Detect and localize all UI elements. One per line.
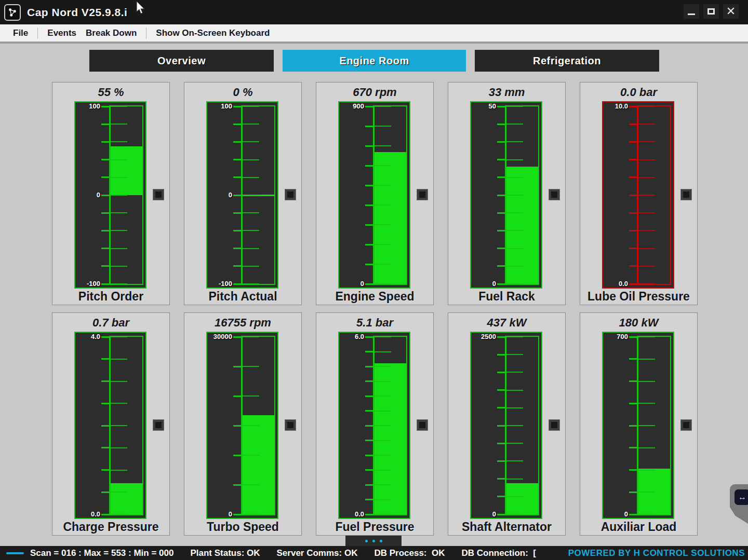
scale-tick: [629, 141, 637, 143]
gauge-name: Pitch Actual: [184, 290, 301, 304]
gauge-scale-body: 9000: [338, 101, 410, 289]
bar-channel: [110, 336, 143, 515]
maximize-button[interactable]: [703, 4, 719, 19]
scale-tick: [233, 212, 242, 214]
scale-tick: [101, 106, 110, 107]
scale-label: 0: [75, 191, 100, 199]
gauge-value: 180 kW: [580, 316, 697, 330]
bar-channel: [110, 105, 143, 285]
gauge-value: 0.0 bar: [580, 86, 697, 99]
scale-tick: [629, 230, 637, 231]
handle-inner: [551, 192, 557, 198]
setpoint-handle[interactable]: [549, 189, 560, 200]
scale-tick: [365, 145, 373, 147]
tab-overview[interactable]: Overview: [89, 50, 274, 72]
gauge-value: 0 %: [184, 86, 301, 99]
scale-tick: [629, 283, 637, 285]
gauge-value: 437 kW: [448, 316, 565, 330]
scale-tick: [365, 499, 373, 500]
setpoint-handle[interactable]: [417, 419, 428, 431]
setpoint-handle[interactable]: [285, 189, 296, 200]
menu-break-down[interactable]: Break Down: [86, 28, 137, 38]
remote-support-edge-widget[interactable]: ↔: [730, 484, 748, 524]
scale-tick: [365, 484, 373, 486]
scale-tick: [497, 443, 505, 444]
scale-tick: [629, 380, 637, 382]
scale-tick: [629, 514, 637, 515]
gauge-charge-pressure: 0.7 bar4.00.0Charge Pressure: [52, 312, 170, 536]
scale-tick: [101, 514, 110, 515]
handle-inner: [287, 422, 293, 428]
scale-label: 0: [471, 280, 496, 288]
scale-tick: [629, 248, 637, 249]
scale-tick: [497, 265, 505, 267]
status-db-process: DB Process: OK: [374, 548, 445, 558]
scale-tick: [497, 336, 505, 338]
setpoint-handle[interactable]: [417, 189, 428, 200]
scale-label: 100: [207, 102, 232, 111]
scale-tick: [101, 336, 110, 338]
scale-tick: [365, 224, 373, 226]
menu-file[interactable]: File: [13, 28, 28, 38]
scale-tick: [497, 514, 505, 515]
handle-inner: [287, 192, 293, 198]
scale-label: 0: [207, 510, 232, 518]
gauge-value: 5.1 bar: [316, 316, 433, 330]
scale-tick: [629, 425, 637, 427]
status-plant: Plant Status: OK: [190, 548, 260, 558]
handle-inner: [419, 192, 425, 198]
scale-tick: [101, 283, 110, 285]
title-bar: Cap Nord V25.9.8.i ✕: [0, 0, 748, 24]
scale-tick: [497, 212, 505, 214]
close-button[interactable]: ✕: [723, 4, 739, 19]
handle-inner: [155, 422, 162, 428]
scale-tick: [365, 469, 373, 471]
gauge-value: 33 mm: [448, 86, 565, 99]
scale-tick: [365, 244, 373, 245]
scale-tick: [233, 395, 242, 397]
app-logo-icon: [4, 4, 21, 21]
setpoint-handle[interactable]: [285, 419, 296, 431]
gauge-value: 0.7 bar: [52, 316, 169, 330]
setpoint-handle[interactable]: [153, 189, 164, 200]
scale-tick: [629, 358, 637, 360]
menu-show-on-screen-keyboard[interactable]: Show On-Screen Keyboard: [156, 28, 270, 38]
page-dot: [365, 540, 368, 542]
setpoint-handle[interactable]: [680, 189, 692, 200]
tab-engine-room[interactable]: Engine Room: [283, 50, 466, 72]
scale-tick: [233, 283, 242, 285]
scale-label: 0.0: [339, 510, 364, 518]
gauge-auxiliar-load: 180 kW7000Auxiliar Load: [580, 312, 698, 536]
page-dots-indicator[interactable]: [345, 536, 402, 546]
setpoint-handle[interactable]: [549, 419, 560, 431]
bar-channel: [373, 336, 407, 515]
scale-label: 2500: [471, 333, 496, 341]
gauge-scale-body: 25000: [470, 332, 542, 519]
scale-tick: [101, 380, 110, 382]
handle-inner: [683, 422, 689, 428]
gauge-name: Fuel Pressure: [316, 520, 433, 534]
scale-tick: [629, 195, 637, 196]
powered-by-label: POWERED BY H CONTROL SOLUTIONS: [568, 548, 745, 558]
status-bar: Scan = 016 : Max = 553 : Min = 000 Plant…: [0, 546, 748, 560]
gauge-fuel-rack: 33 mm500Fuel Rack: [448, 82, 566, 305]
scale-tick: [233, 336, 242, 338]
handle-inner: [683, 192, 689, 198]
scale-tick: [497, 230, 505, 231]
minimize-button[interactable]: [684, 4, 699, 19]
scale-label: 4.0: [75, 333, 100, 341]
gauge-name: Charge Pressure: [52, 520, 169, 534]
scale-tick: [365, 455, 373, 456]
menu-events[interactable]: Events: [47, 28, 76, 38]
remote-support-icon: ↔: [734, 489, 748, 505]
gauge-shaft-alternator: 437 kW25000Shaft Alternator: [448, 312, 566, 536]
menu-bar: File Events Break Down Show On-Screen Ke…: [0, 24, 748, 44]
scale-tick: [101, 248, 110, 249]
scale-tick: [233, 195, 242, 196]
scale-tick: [101, 159, 110, 160]
setpoint-handle[interactable]: [153, 419, 164, 431]
tab-refrigeration[interactable]: Refrigeration: [475, 50, 659, 72]
gauge-scale-body: 1000-100: [206, 101, 278, 289]
setpoint-handle[interactable]: [680, 419, 692, 431]
scale-label: 0: [603, 510, 628, 518]
